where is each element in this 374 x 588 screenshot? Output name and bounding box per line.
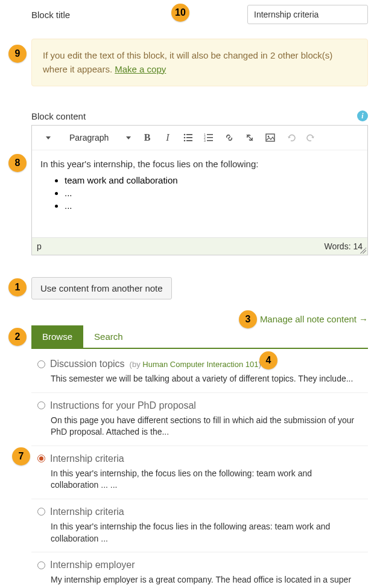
author-link[interactable]: Human Computer Interaction 101 [142, 360, 258, 369]
callout-1: 1 [8, 278, 27, 296]
manage-all-notes-link[interactable]: Manage all note content→ [260, 314, 368, 324]
svg-text:3: 3 [204, 139, 206, 142]
note-item[interactable]: 4 Discussion topics (by Human Computer I… [31, 349, 368, 393]
note-radio[interactable] [37, 360, 45, 368]
tab-search[interactable]: Search [83, 325, 134, 348]
resize-grip-icon[interactable] [360, 248, 366, 254]
svg-rect-9 [207, 137, 213, 138]
editor-body[interactable]: In this year's internship, the focus lie… [32, 150, 367, 237]
note-title: Internship criteria [50, 507, 124, 517]
svg-point-0 [184, 134, 186, 136]
italic-button[interactable]: I [157, 129, 178, 146]
editor-list-item: team work and collaboration [65, 175, 359, 185]
note-item[interactable]: Internship employer My internship employ… [31, 552, 368, 588]
note-list: 4 Discussion topics (by Human Computer I… [31, 349, 368, 588]
note-radio[interactable] [37, 401, 45, 409]
undo-button[interactable] [280, 129, 301, 146]
block-title-input[interactable] [247, 5, 368, 24]
svg-point-4 [184, 140, 186, 142]
note-radio[interactable] [37, 561, 45, 569]
svg-rect-3 [186, 137, 192, 138]
editor-intro-text: In this year's internship, the focus lie… [40, 159, 359, 169]
callout-3: 3 [239, 310, 257, 328]
note-tabs: Browse Search [31, 325, 368, 349]
note-desc: My internship employer is a great compan… [37, 574, 362, 588]
make-copy-link[interactable]: Make a copy [115, 64, 166, 74]
numbered-list-button[interactable]: 123 [198, 129, 219, 146]
arrow-right-icon: → [357, 314, 368, 324]
callout-10: 10 [171, 4, 189, 22]
note-desc: This semester we will be talking about a… [37, 373, 362, 385]
note-title: Discussion topics [50, 359, 125, 369]
note-desc: In this year's internship, the focus lie… [37, 468, 362, 491]
svg-point-14 [268, 136, 270, 138]
note-title: Instructions for your PhD proposal [50, 400, 196, 411]
note-title: Internship criteria [50, 453, 124, 464]
bullet-list-button[interactable] [178, 129, 198, 146]
callout-8: 8 [8, 154, 27, 172]
block-title-label: Block title [31, 10, 77, 20]
note-title: Internship employer [50, 560, 135, 570]
use-content-button[interactable]: Use content from another note [31, 277, 172, 299]
editor-toolbar: Paragraph B I 123 [32, 126, 367, 150]
svg-rect-5 [186, 140, 192, 141]
svg-point-2 [184, 137, 186, 139]
warning-text: If you edit the text of this block, it w… [43, 50, 332, 74]
word-count: Words: 14 [324, 241, 363, 251]
unlink-button[interactable] [239, 129, 260, 146]
tab-browse[interactable]: Browse [31, 325, 83, 348]
callout-7: 7 [12, 447, 30, 465]
editor-path: p [37, 241, 42, 251]
note-item[interactable]: Instructions for your PhD proposal On th… [31, 393, 368, 446]
rich-text-editor: Paragraph B I 123 [31, 125, 368, 255]
link-button[interactable] [219, 129, 239, 146]
note-desc: In this year's internship the focus lies… [37, 521, 362, 545]
paragraph-dropdown[interactable]: Paragraph [59, 133, 137, 142]
note-desc: On this page you have different sections… [37, 415, 362, 438]
callout-4: 4 [259, 351, 277, 369]
redo-button[interactable] [301, 129, 322, 146]
editor-list-item: ... [65, 200, 359, 211]
note-item[interactable]: Internship criteria In this year's inter… [31, 499, 368, 552]
callout-2: 2 [8, 328, 27, 346]
shared-block-warning: If you edit the text of this block, it w… [31, 39, 368, 86]
editor-list-item: ... [65, 188, 359, 198]
note-item[interactable]: 7 Internship criteria In this year's int… [31, 446, 368, 499]
svg-rect-7 [207, 134, 213, 135]
bold-button[interactable]: B [137, 129, 157, 146]
toolbar-expand-icon[interactable] [38, 129, 59, 146]
note-author: (by Human Computer Interaction 101) [130, 360, 261, 369]
svg-rect-11 [207, 140, 213, 141]
image-button[interactable] [260, 129, 280, 146]
note-radio[interactable] [37, 455, 45, 462]
chevron-down-icon [126, 136, 131, 139]
svg-rect-1 [186, 134, 192, 135]
editor-footer: p Words: 14 [32, 237, 367, 255]
block-content-label: Block content [31, 111, 86, 121]
note-radio[interactable] [37, 508, 45, 516]
callout-9: 9 [8, 45, 27, 63]
info-icon[interactable]: i [357, 110, 368, 121]
